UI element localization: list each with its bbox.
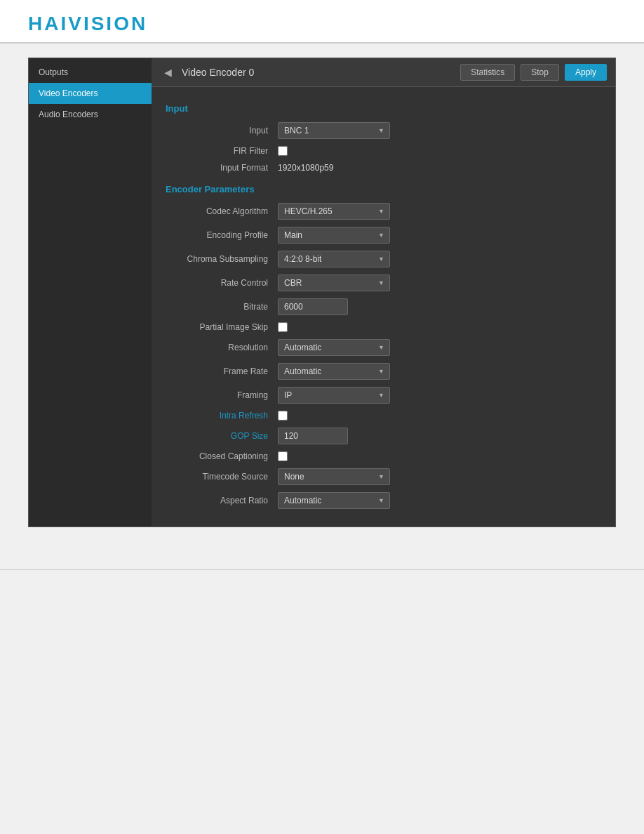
aspect-ratio-select[interactable]: Automatic 16:9 4:3	[278, 492, 390, 509]
input-format-value: 1920x1080p59	[278, 163, 333, 173]
timecode-label: Timecode Source	[166, 472, 278, 482]
intra-refresh-label: Intra Refresh	[166, 411, 278, 421]
encoder-section-header: Encoder Parameters	[166, 184, 601, 194]
rate-control-select[interactable]: CBR VBR CVBR	[278, 274, 390, 291]
profile-select[interactable]: Main High Baseline	[278, 227, 390, 244]
bitrate-label: Bitrate	[166, 302, 278, 312]
intra-refresh-row: Intra Refresh	[166, 411, 601, 421]
partial-skip-row: Partial Image Skip	[166, 322, 601, 332]
chroma-row: Chroma Subsampling 4:2:0 8-bit 4:2:2 10-…	[166, 251, 601, 267]
framing-select[interactable]: IP IBP	[278, 387, 390, 404]
gop-size-row: GOP Size	[166, 428, 601, 444]
stop-button[interactable]: Stop	[521, 64, 559, 81]
timecode-select-wrapper: None RTP SDI	[278, 468, 390, 485]
app-container: Outputs Video Encoders Audio Encoders ◀ …	[28, 58, 616, 527]
resolution-select-wrapper: Automatic 1920x1080 1280x720	[278, 339, 390, 356]
codec-label: Codec Algorithm	[166, 206, 278, 216]
input-label: Input	[166, 126, 278, 135]
input-select[interactable]: BNC 1 BNC 2 HDMI	[278, 122, 390, 139]
framerate-row: Frame Rate Automatic 30 60 25	[166, 363, 601, 380]
rate-control-select-wrapper: CBR VBR CVBR	[278, 274, 390, 291]
gop-size-input[interactable]	[278, 428, 348, 444]
page-header: HAIVISION	[0, 0, 644, 44]
aspect-ratio-row: Aspect Ratio Automatic 16:9 4:3	[166, 492, 601, 509]
aspect-ratio-label: Aspect Ratio	[166, 496, 278, 505]
bitrate-input[interactable]	[278, 298, 348, 315]
rate-control-label: Rate Control	[166, 278, 278, 288]
input-format-label: Input Format	[166, 163, 278, 173]
page-title: Video Encoder 0	[182, 67, 455, 78]
input-row: Input BNC 1 BNC 2 HDMI	[166, 122, 601, 139]
codec-row: Codec Algorithm HEVC/H.265 H.264/AVC	[166, 203, 601, 220]
framing-select-wrapper: IP IBP	[278, 387, 390, 404]
sidebar-item-outputs[interactable]: Outputs	[29, 62, 152, 83]
statistics-button[interactable]: Statistics	[460, 64, 515, 81]
fir-filter-label: FIR Filter	[166, 146, 278, 156]
intra-refresh-checkbox[interactable]	[278, 411, 288, 421]
partial-skip-checkbox[interactable]	[278, 322, 288, 332]
resolution-label: Resolution	[166, 343, 278, 352]
profile-row: Encoding Profile Main High Baseline	[166, 227, 601, 244]
framerate-select[interactable]: Automatic 30 60 25	[278, 363, 390, 380]
chroma-select-wrapper: 4:2:0 8-bit 4:2:2 10-bit	[278, 251, 390, 267]
sidebar-item-audio-encoders[interactable]: Audio Encoders	[29, 104, 152, 125]
main-content: Outputs Video Encoders Audio Encoders ◀ …	[0, 44, 644, 541]
main-panel: ◀ Video Encoder 0 Statistics Stop Apply …	[152, 58, 615, 527]
framing-row: Framing IP IBP	[166, 387, 601, 404]
toolbar: ◀ Video Encoder 0 Statistics Stop Apply	[152, 58, 615, 87]
fir-filter-checkbox[interactable]	[278, 146, 288, 156]
timecode-row: Timecode Source None RTP SDI	[166, 468, 601, 485]
codec-select[interactable]: HEVC/H.265 H.264/AVC	[278, 203, 390, 220]
aspect-ratio-select-wrapper: Automatic 16:9 4:3	[278, 492, 390, 509]
framerate-label: Frame Rate	[166, 366, 278, 376]
partial-skip-label: Partial Image Skip	[166, 322, 278, 332]
codec-select-wrapper: HEVC/H.265 H.264/AVC	[278, 203, 390, 220]
sidebar-item-video-encoders[interactable]: Video Encoders	[29, 83, 152, 104]
logo: HAIVISION	[28, 13, 616, 35]
page-footer	[0, 569, 644, 584]
sidebar: Outputs Video Encoders Audio Encoders	[29, 58, 152, 527]
input-section-header: Input	[166, 103, 601, 114]
framerate-select-wrapper: Automatic 30 60 25	[278, 363, 390, 380]
chroma-select[interactable]: 4:2:0 8-bit 4:2:2 10-bit	[278, 251, 390, 267]
apply-button[interactable]: Apply	[565, 64, 607, 81]
resolution-row: Resolution Automatic 1920x1080 1280x720	[166, 339, 601, 356]
closed-captioning-label: Closed Captioning	[166, 451, 278, 461]
fir-filter-row: FIR Filter	[166, 146, 601, 156]
profile-select-wrapper: Main High Baseline	[278, 227, 390, 244]
timecode-select[interactable]: None RTP SDI	[278, 468, 390, 485]
rate-control-row: Rate Control CBR VBR CVBR	[166, 274, 601, 291]
content-area: Input Input BNC 1 BNC 2 HDMI FIR Filter	[152, 87, 615, 527]
gop-size-label: GOP Size	[166, 431, 278, 441]
closed-captioning-row: Closed Captioning	[166, 451, 601, 461]
input-format-row: Input Format 1920x1080p59	[166, 163, 601, 173]
framing-label: Framing	[166, 390, 278, 400]
input-select-wrapper: BNC 1 BNC 2 HDMI	[278, 122, 390, 139]
bitrate-row: Bitrate	[166, 298, 601, 315]
resolution-select[interactable]: Automatic 1920x1080 1280x720	[278, 339, 390, 356]
chroma-label: Chroma Subsampling	[166, 254, 278, 264]
closed-captioning-checkbox[interactable]	[278, 451, 288, 461]
profile-label: Encoding Profile	[166, 230, 278, 240]
back-button[interactable]: ◀	[160, 65, 176, 79]
